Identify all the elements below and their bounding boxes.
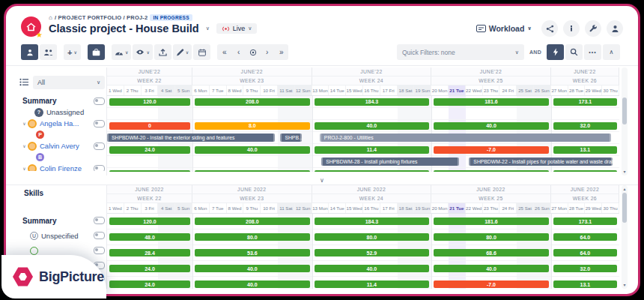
day-header-cell[interactable]: 2 Thu: [124, 86, 142, 95]
day-header-cell[interactable]: 4 Sat: [158, 203, 175, 213]
box-button[interactable]: [88, 44, 105, 60]
search-button[interactable]: [565, 44, 583, 60]
day-header-cell[interactable]: 11 Sat: [278, 203, 295, 213]
calendar-button[interactable]: [193, 44, 210, 60]
breadcrumb-path[interactable]: / PROJECT PORTFOLIO / PROJ-2: [55, 14, 148, 21]
task-bar[interactable]: PROJ-2-800 - Utilities: [320, 134, 611, 142]
day-header-cell[interactable]: 10 Fri: [261, 203, 278, 213]
day-header-cell[interactable]: 24 Fri: [499, 86, 517, 95]
allocation-bar[interactable]: 24.0: [109, 170, 190, 172]
allocation-bar[interactable]: 181.6: [434, 98, 549, 106]
allocation-bar[interactable]: 80.0: [434, 233, 549, 241]
sidebar-row-skill[interactable]: UUnspecified: [18, 228, 106, 243]
row-toggle-switch[interactable]: [94, 165, 105, 172]
allocation-bar[interactable]: 8.0: [195, 122, 310, 130]
home-icon[interactable]: ⌂: [49, 14, 52, 21]
jump-end-button[interactable]: »: [274, 44, 288, 60]
view-resources-teams-button[interactable]: [40, 44, 57, 60]
day-header-cell[interactable]: 30 Thu: [602, 203, 619, 213]
allocation-bar[interactable]: 13.1: [553, 280, 617, 288]
sidebar-row-tasks[interactable]: B: [18, 152, 106, 163]
day-header-cell[interactable]: 15 Wed: [346, 203, 363, 213]
allocation-bar[interactable]: 13.1: [553, 146, 617, 154]
allocation-bar[interactable]: 208.0: [195, 98, 310, 106]
sidebar-row-summary[interactable]: Summary: [18, 95, 106, 106]
row-list-icon[interactable]: [19, 78, 29, 86]
live-button[interactable]: Live ∨: [216, 23, 258, 34]
allocation-bar[interactable]: 28.6: [434, 170, 549, 172]
day-header-cell[interactable]: 22 Wed: [466, 86, 483, 95]
day-header-cell[interactable]: 25 Sat: [517, 86, 534, 95]
auto-bottom-up-button[interactable]: [547, 44, 564, 60]
day-header-cell[interactable]: 26 Sun: [534, 86, 551, 95]
day-header-cell[interactable]: 4 Sat: [158, 86, 175, 95]
scrollbar-thumb[interactable]: [622, 193, 627, 223]
more-options-button[interactable]: •••: [584, 44, 601, 60]
sidebar-row-person[interactable]: ?Unassigned: [18, 106, 106, 118]
scrollbar-thumb[interactable]: [622, 98, 627, 124]
allocation-bar[interactable]: 11.4: [315, 280, 430, 288]
allocation-bar[interactable]: 24.0: [109, 265, 190, 272]
splitter-chevron-down-icon[interactable]: ∨: [320, 177, 324, 184]
day-header-cell[interactable]: 7 Tue: [210, 203, 227, 213]
allocation-bar[interactable]: 32.0: [553, 122, 617, 130]
day-header-cell[interactable]: 6 Mon: [192, 203, 210, 213]
person-name[interactable]: Calvin Avery: [40, 142, 91, 150]
step-back-button[interactable]: ‹: [231, 44, 246, 60]
day-header-cell[interactable]: 3 Fri: [142, 203, 159, 213]
day-header-cell[interactable]: 27 Mon: [551, 86, 568, 95]
day-header-cell[interactable]: 6 Mon: [192, 86, 210, 95]
row-toggle-switch[interactable]: [94, 232, 105, 239]
allocation-bar[interactable]: 80.0: [315, 233, 430, 241]
allocation-bar[interactable]: -7.0: [434, 280, 549, 288]
day-header-cell[interactable]: 16 Thu: [363, 203, 380, 213]
day-header-cell[interactable]: 5 Sun: [175, 203, 192, 213]
day-header-cell[interactable]: 23 Thu: [483, 203, 500, 213]
breadcrumb[interactable]: ⌂ / PROJECT PORTFOLIO / PROJ-2 IN PROGRE…: [49, 14, 476, 21]
day-header-cell[interactable]: 19 Sun: [414, 203, 431, 213]
resources-scrollbar[interactable]: ▾: [622, 68, 628, 176]
day-header-cell[interactable]: 11 Sat: [278, 86, 295, 95]
day-header-cell[interactable]: 2 Thu: [124, 203, 142, 213]
account-button[interactable]: [607, 20, 623, 37]
allocation-bar[interactable]: 208.0: [195, 218, 310, 225]
allocation-bar[interactable]: 64.0: [553, 233, 617, 241]
allocation-bar[interactable]: 53.6: [195, 249, 310, 256]
go-to-today-button[interactable]: [246, 44, 260, 60]
sidebar-row-tasks[interactable]: P: [18, 129, 106, 140]
quick-filters-select[interactable]: Quick Filters: none ∨: [397, 44, 524, 60]
allocation-bar[interactable]: 184.3: [315, 98, 430, 106]
row-toggle-switch[interactable]: [94, 217, 105, 224]
filter-logic-label[interactable]: AND: [529, 50, 541, 55]
person-name[interactable]: Colin Firenze: [40, 164, 91, 171]
workload-selector[interactable]: Workload ∨: [476, 24, 532, 33]
allocation-bar[interactable]: 32.0: [553, 265, 617, 272]
settings-button[interactable]: [585, 20, 601, 37]
day-header-cell[interactable]: 28 Tue: [568, 203, 586, 213]
allocation-bar[interactable]: 68.6: [434, 249, 549, 256]
allocation-bar[interactable]: 48.0: [109, 233, 190, 241]
day-header-cell[interactable]: 25 Sat: [517, 203, 534, 213]
row-toggle-switch[interactable]: [94, 98, 105, 105]
day-header-cell[interactable]: 20 Mon: [431, 86, 449, 95]
allocation-bar[interactable]: 40.0: [315, 170, 430, 172]
day-header-cell[interactable]: 5 Sun: [175, 86, 192, 95]
allocation-bar[interactable]: 120.0: [109, 98, 190, 106]
day-header-cell[interactable]: 12 Sun: [295, 203, 312, 213]
jump-start-button[interactable]: «: [217, 44, 231, 60]
row-toggle-switch[interactable]: [94, 120, 105, 128]
day-header-cell[interactable]: 9 Thu: [243, 86, 261, 95]
sidebar-row-person[interactable]: ∨Angela Ha...: [18, 118, 106, 129]
day-header-cell[interactable]: 10 Fri: [261, 86, 278, 95]
day-header-cell[interactable]: 29 Wed: [585, 86, 602, 95]
allocation-bar[interactable]: 11.4: [315, 146, 430, 154]
allocation-bar[interactable]: 24.0: [109, 146, 190, 154]
day-header-cell[interactable]: 17 Fri: [380, 203, 398, 213]
day-header-cell[interactable]: 26 Sun: [534, 203, 551, 213]
allocation-bar[interactable]: 40.0: [434, 265, 549, 272]
person-name[interactable]: Angela Ha...: [40, 119, 91, 128]
edit-menu-button[interactable]: ∨: [173, 44, 192, 60]
day-header-cell[interactable]: 8 Wed: [227, 203, 244, 213]
allocation-bar[interactable]: 40.0: [315, 265, 430, 272]
row-toggle-switch[interactable]: [94, 142, 105, 150]
